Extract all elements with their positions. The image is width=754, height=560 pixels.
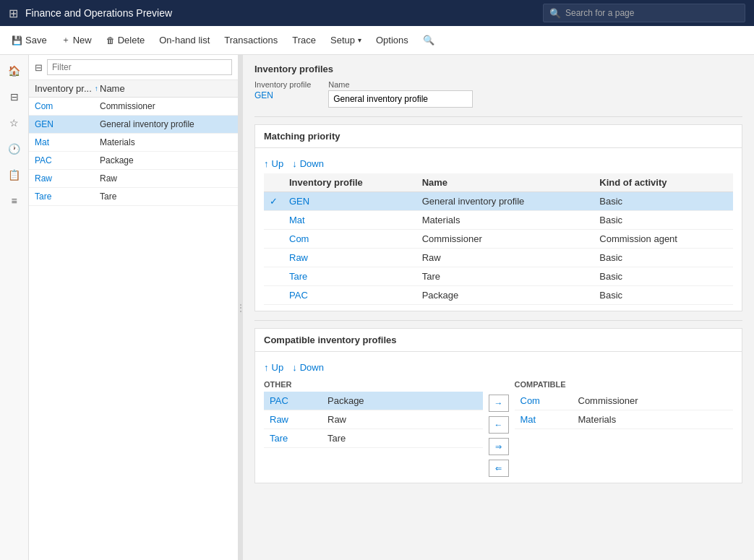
checkmark-icon: ✓ bbox=[270, 196, 278, 207]
matching-priority-row[interactable]: Tare Tare Basic bbox=[264, 267, 733, 286]
move-left-button[interactable]: ← bbox=[489, 416, 509, 434]
check-cell: ✓ bbox=[264, 192, 283, 211]
mp-col3-header: Kind of activity bbox=[594, 173, 733, 192]
list-item[interactable]: GENGeneral inventory profile bbox=[29, 116, 238, 134]
compatible-section: Compatible inventory profiles ↑ Up ↓ Dow… bbox=[254, 328, 742, 483]
mp-code-cell: Tare bbox=[283, 267, 416, 286]
other-row[interactable]: Tare Tare bbox=[264, 429, 483, 448]
app-title: Finance and Operations Preview bbox=[25, 7, 543, 19]
new-label: New bbox=[73, 35, 92, 46]
mp-code-cell: Mat bbox=[283, 211, 416, 230]
move-all-right-button[interactable]: ⇒ bbox=[489, 438, 509, 455]
matching-up-button[interactable]: ↑ Up bbox=[264, 158, 283, 169]
list-item-code: Com bbox=[35, 101, 100, 111]
move-right-button[interactable]: → bbox=[489, 395, 509, 412]
mp-name-cell: Raw bbox=[416, 249, 594, 267]
compatible-up-button[interactable]: ↑ Up bbox=[264, 362, 283, 373]
compatible-row[interactable]: Mat Materials bbox=[515, 410, 734, 429]
nav-list-icon[interactable]: ≡ bbox=[3, 189, 26, 212]
compatible-table: Com Commissioner Mat Materials bbox=[515, 392, 734, 429]
compatible-table-wrap: COMPATIBLE Com Commissioner Mat Material… bbox=[515, 377, 734, 429]
search-icon-top: 🔍 bbox=[549, 8, 561, 19]
transactions-button[interactable]: Transactions bbox=[218, 32, 283, 48]
setup-chevron-icon: ▾ bbox=[358, 36, 361, 44]
compatible-row[interactable]: Com Commissioner bbox=[515, 392, 734, 410]
grid-icon[interactable]: ⊞ bbox=[9, 7, 18, 20]
matching-priority-table: Inventory profile Name Kind of activity … bbox=[264, 173, 733, 305]
list-item-name: General inventory profile bbox=[100, 119, 232, 129]
mp-code-cell: Com bbox=[283, 230, 416, 249]
mp-kind-cell: Commission agent bbox=[594, 230, 733, 249]
mp-name-cell: Package bbox=[416, 286, 594, 305]
delete-button[interactable]: 🗑 Delete bbox=[100, 32, 151, 48]
matching-priority-row[interactable]: Mat Materials Basic bbox=[264, 211, 733, 230]
setup-button[interactable]: Setup ▾ bbox=[325, 32, 367, 48]
nav-icons: 🏠 ⊟ ☆ 🕐 📋 ≡ bbox=[0, 55, 29, 560]
check-cell bbox=[264, 230, 283, 249]
list-item-code: Tare bbox=[35, 191, 100, 202]
compat-layout: OTHER PAC Package Raw Raw Tare Tare → ← … bbox=[264, 377, 733, 477]
other-code: Raw bbox=[264, 410, 322, 429]
list-item[interactable]: ComCommissioner bbox=[29, 98, 238, 116]
cmd-search-button[interactable]: 🔍 bbox=[417, 32, 440, 48]
list-item-name: Materials bbox=[100, 137, 232, 147]
search-box[interactable]: 🔍 Search for a page bbox=[543, 4, 745, 22]
check-cell bbox=[264, 211, 283, 230]
name-field: Name bbox=[328, 80, 473, 108]
list-item[interactable]: PACPackage bbox=[29, 152, 238, 170]
list-rows: ComCommissionerGENGeneral inventory prof… bbox=[29, 98, 238, 560]
compatible-title: Compatible inventory profiles bbox=[255, 329, 742, 352]
detail-panel: Inventory profiles Inventory profile GEN… bbox=[243, 55, 754, 560]
matching-priority-row[interactable]: Com Commissioner Commission agent bbox=[264, 230, 733, 249]
onhand-label: On-hand list bbox=[159, 35, 210, 46]
nav-home-icon[interactable]: 🏠 bbox=[3, 59, 26, 82]
list-col2-header: Name bbox=[100, 83, 232, 94]
save-button[interactable]: 💾 Save bbox=[6, 32, 53, 48]
matching-priority-row[interactable]: ✓ GEN General inventory profile Basic bbox=[264, 192, 733, 211]
profile-value[interactable]: GEN bbox=[254, 90, 311, 100]
other-table: PAC Package Raw Raw Tare Tare bbox=[264, 392, 483, 448]
matching-priority-row[interactable]: Raw Raw Basic bbox=[264, 249, 733, 267]
list-item[interactable]: RawRaw bbox=[29, 170, 238, 188]
list-item-code: PAC bbox=[35, 155, 100, 165]
name-input[interactable] bbox=[328, 90, 473, 108]
move-all-left-button[interactable]: ⇐ bbox=[489, 460, 509, 477]
nav-star-icon[interactable]: ☆ bbox=[3, 111, 26, 134]
other-row[interactable]: Raw Raw bbox=[264, 410, 483, 429]
nav-clock-icon[interactable]: 🕐 bbox=[3, 137, 26, 160]
matching-priority-row[interactable]: PAC Package Basic bbox=[264, 286, 733, 305]
onhand-button[interactable]: On-hand list bbox=[153, 32, 215, 48]
list-item[interactable]: TareTare bbox=[29, 188, 238, 206]
other-row[interactable]: PAC Package bbox=[264, 392, 483, 410]
list-header: Inventory pr... ↑ Name bbox=[29, 80, 238, 98]
matching-priority-content: ↑ Up ↓ Down Inventory profile Name bbox=[255, 148, 742, 311]
nav-filter-icon[interactable]: ⊟ bbox=[3, 85, 26, 108]
setup-label: Setup bbox=[330, 35, 355, 46]
compatible-ud-toolbar: ↑ Up ↓ Down bbox=[264, 358, 733, 377]
compatible-label: COMPATIBLE bbox=[515, 377, 734, 392]
other-table-wrap: OTHER PAC Package Raw Raw Tare Tare bbox=[264, 377, 483, 448]
matching-ud-toolbar: ↑ Up ↓ Down bbox=[264, 154, 733, 173]
delete-label: Delete bbox=[118, 35, 145, 46]
matching-down-button[interactable]: ↓ Down bbox=[292, 158, 324, 169]
compatible-down-button[interactable]: ↓ Down bbox=[292, 362, 324, 373]
list-item-name: Raw bbox=[100, 173, 232, 184]
check-header bbox=[264, 173, 283, 192]
compat-code: Com bbox=[515, 392, 573, 410]
mp-code-cell: GEN bbox=[283, 192, 416, 211]
other-label: OTHER bbox=[264, 377, 483, 392]
other-code: Tare bbox=[264, 429, 322, 448]
options-button[interactable]: Options bbox=[370, 32, 414, 48]
mp-col2-header: Name bbox=[416, 173, 594, 192]
list-item[interactable]: MatMaterials bbox=[29, 134, 238, 152]
nav-doc-icon[interactable]: 📋 bbox=[3, 163, 26, 186]
mp-name-cell: Tare bbox=[416, 267, 594, 286]
filter-input[interactable] bbox=[47, 59, 232, 75]
compat-up-icon: ↑ bbox=[264, 362, 269, 373]
compat-name: Commissioner bbox=[573, 392, 734, 410]
mp-col1-header: Inventory profile bbox=[283, 173, 416, 192]
new-button[interactable]: ＋ New bbox=[56, 31, 98, 49]
divider-1 bbox=[254, 116, 742, 117]
trace-button[interactable]: Trace bbox=[286, 32, 322, 48]
mp-kind-cell: Basic bbox=[594, 192, 733, 211]
